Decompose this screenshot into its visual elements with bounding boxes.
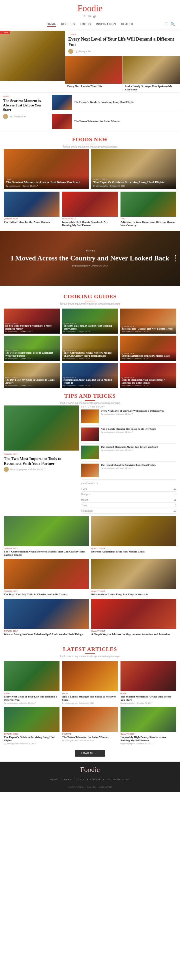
featured-title-2: And a Lonely Stranger Has Spoke to Me Ev…: [101, 428, 156, 431]
hero-right-tag: Today: [68, 33, 177, 35]
foods-bottom-image-1: [4, 192, 60, 216]
latest-bottom-title-3: Impossibly High Beauty Standards Are Rui…: [120, 735, 176, 742]
hero-small-cards: Every Next Level of Your Life And a Love…: [65, 56, 180, 92]
featured-content-3: The Scariest Moment is Always Just Befor…: [101, 445, 158, 459]
nav-home[interactable]: HOME: [47, 21, 56, 27]
latest-bottom-tag-2: Culture: [62, 733, 118, 735]
user-icon[interactable]: ☰: [165, 21, 169, 27]
latest-top-meta-3: By photographer • October 20, 2017: [120, 702, 176, 704]
featured-item-1: Every Next Level of Your Life Will Deman…: [81, 409, 176, 425]
latest-top-meta-1: By photographer • October 20, 2017: [4, 702, 60, 704]
latest-top-title-2: And a Lonely Stranger Has Spoke to Me Ev…: [62, 695, 118, 702]
below-hero-left-title: The Scariest Moment is Always Just Befor…: [3, 99, 47, 112]
cg-overlay-7: Quality Self The Day I Lost My Child in …: [4, 375, 60, 388]
cg-image-8: Quality Self Relationships Aren't Easy, …: [62, 363, 118, 388]
tips-grid4-tag-1: Quality Self: [4, 630, 89, 632]
below-hero-left-tag: Home: [3, 95, 47, 97]
featured-content-2: And a Lonely Stranger Has Spoke to Me Ev…: [101, 428, 156, 441]
main-nav: HOME RECIPES FOODS INSPIRATION HEALTH ☰ …: [0, 19, 180, 29]
tips-grid4-card-2: Quality Self A Simple Way to Address the…: [91, 599, 176, 636]
below-hero-left: Home The Scariest Moment is Always Just …: [0, 93, 50, 131]
cg-image-1: Quality Self Do You Want Stronger Friend…: [4, 309, 60, 334]
cg-title-1: Do You Want Stronger Friendships, a More…: [5, 325, 58, 330]
below-hero-left-meta: By photographer: [3, 114, 47, 119]
featured-title-3: The Scariest Moment is Always Just Befor…: [101, 445, 158, 449]
tips-grid3-title-1: The Day I Lost My Child in Charles de Ga…: [4, 593, 89, 596]
tips-left-area: Quality Self The Two Most Important Tool…: [4, 406, 79, 514]
latest-bottom-meta-3: By photographer • October 20, 2017: [120, 743, 176, 745]
footer-nav-recipes[interactable]: ALL RECIPES: [87, 777, 104, 782]
featured-content-1: Every Next Level of Your Life Will Deman…: [101, 409, 164, 423]
cg-overlay-5: Quality Self The 4 Convolutional Neural …: [62, 348, 118, 361]
latest-bottom-meta-2: By photographer • October 20, 2017: [62, 739, 118, 741]
nav-action-icons: ☰ 🔍: [165, 21, 175, 27]
cat-item-1: Food 12: [81, 486, 176, 492]
tips-grid4-tag-2: Quality Self: [91, 630, 176, 632]
title-underline-2: [85, 301, 95, 301]
featured-banner: Travel I Moved Across the Country and Ne…: [0, 231, 180, 286]
nav-recipes[interactable]: RECIPES: [61, 22, 75, 27]
cg-meta-2: By photographer • October 23, 2017: [63, 330, 117, 332]
hero-small-card-1: Every Next Level of Your Life: [65, 56, 123, 92]
foods-top-meta-2: By photographer • October 25, 2017: [93, 185, 174, 187]
avatar: [4, 467, 9, 472]
foods-top-overlay-2: Quality Well The Expert's Guide to Survi…: [91, 176, 176, 189]
hero-section: Today Today Every Next Level of Your Lif…: [0, 31, 180, 93]
cg-meta-7: By photographer • October 23, 2017: [5, 385, 58, 386]
title-underline-4: [85, 654, 95, 654]
cg-title-2: The Next Big Thing in Fashion? Not Washi…: [63, 325, 117, 330]
foods-top-tag-2: Quality Well: [93, 178, 174, 180]
latest-bottom-meta-1: By photographer • October 20, 2017: [4, 743, 60, 745]
load-more-button[interactable]: LOAD MORE: [75, 750, 104, 757]
featured-title-1: Every Next Level of Your Life Will Deman…: [101, 409, 164, 412]
hero-small-card-2: And a Lovely Stranger Has Spoke to Me Ev…: [123, 56, 180, 92]
footer-nav-home[interactable]: HOME: [50, 777, 58, 782]
tips-grid-row-3: Quality Self The Day I Lost My Child in …: [0, 557, 180, 596]
nav-foods[interactable]: FOODS: [80, 22, 91, 27]
hero-right-meta: By photographer: [68, 49, 177, 54]
cg-title-3: Zatoichis Izit – Japan's Hot New Fashion…: [122, 327, 175, 330]
footer-copyright: © 2017 FOODIE — ALL RIGHTS RESERVED: [4, 786, 176, 788]
cooking-guides-heading: COOKING GUIDES Tacitus sociis equidem in…: [0, 288, 180, 306]
featured-image-4: [81, 464, 99, 477]
nav-inspiration[interactable]: INSPIRATION: [96, 22, 116, 27]
cg-meta-1: By photographer • October 23, 2017: [5, 330, 58, 332]
foods-new-section: FOODS NEW Tacitus sociis equidem incepto…: [0, 131, 180, 227]
foods-new-bottom-grid: Quality Well The Tattoo Taboo for the As…: [4, 192, 176, 227]
tips-grid4-image-2: [91, 599, 176, 629]
cat-name-4: Travel: [81, 504, 88, 507]
title-underline: [85, 144, 95, 144]
foods-bottom-card-1: Quality Well The Tattoo Taboo for the As…: [4, 192, 60, 227]
cat-count-1: 12: [174, 487, 176, 490]
cg-tag-8: Quality Self: [63, 377, 117, 379]
foods-new-subtitle: Tacitus sociis equidem inceptos pharetra…: [0, 145, 180, 148]
google-icon[interactable]: g+: [93, 14, 96, 18]
tips-main-title: The Two Most Important Tools to Reconnec…: [4, 456, 79, 466]
hero-main-card: Today: [0, 31, 65, 92]
tips-main-tag: Quality Self: [4, 453, 79, 455]
site-header: Foodie 𝍙 f 𝍛 t g+ HOME RECIPES FOODS INS…: [0, 0, 180, 31]
footer-nav-news[interactable]: SEE MORE NEWS: [107, 777, 130, 782]
latest-title: LATEST ARTICLES: [0, 646, 180, 652]
featured-image-1: [81, 409, 99, 423]
foods-new-top-grid: Home The Scariest Moment is Always Just …: [4, 149, 176, 189]
featured-image-3: [81, 445, 99, 459]
latest-bottom-title-1: The Expert's Guide to Surviving Long Hau…: [4, 735, 60, 742]
cat-item-3: Health 15: [81, 497, 176, 503]
cg-overlay-9: Quality Self Want to Strengthen Your Rel…: [120, 375, 176, 388]
latest-top-image-2: [62, 661, 118, 691]
nav-health[interactable]: HEALTH: [121, 22, 133, 27]
facebook-icon[interactable]: 𝍙 f: [84, 14, 87, 18]
hero-small-title-1: Every Next Level of Your Life: [67, 85, 120, 88]
cg-card-4: Quality Self The Two Most Important Tool…: [4, 336, 60, 361]
foods-top-title-1: The Scariest Moment is Always Just Befor…: [6, 180, 87, 185]
latest-top-card-2: Food And a Lonely Stranger Has Spoke to …: [62, 661, 118, 704]
cat-count-4: 6: [175, 504, 176, 507]
load-more-area: LOAD MORE: [0, 750, 180, 757]
footer-nav-tips[interactable]: TIPS AND TRICKS: [61, 777, 84, 782]
hero-small-content-1: Every Next Level of Your Life: [65, 84, 123, 89]
twitter-icon[interactable]: 𝍛 t: [88, 14, 91, 18]
search-icon[interactable]: 🔍: [171, 21, 175, 27]
cg-title-9: Want to Strengthen Your Relationships? E…: [122, 379, 175, 385]
featured-meta-3: By photographer • October 12, 2017: [101, 449, 158, 451]
